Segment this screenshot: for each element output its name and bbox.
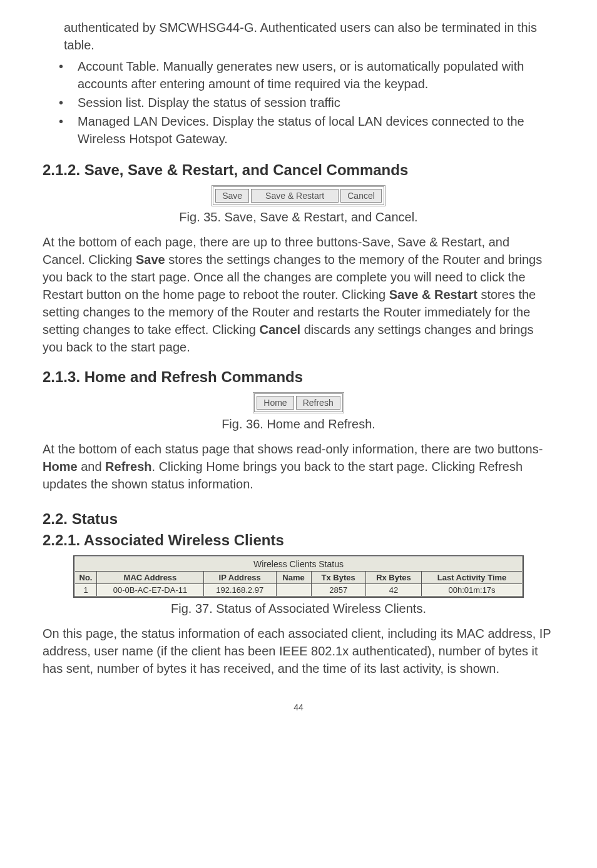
th-name: Name <box>276 572 311 584</box>
th-no: No. <box>74 572 97 584</box>
para-213: At the bottom of each status page that s… <box>43 440 554 493</box>
bold-save-restart: Save & Restart <box>389 288 477 301</box>
page-number: 44 <box>43 702 554 712</box>
fig35-buttons: Save Save & Restart Cancel <box>43 185 554 206</box>
fig35-caption: Fig. 35. Save, Save & Restart, and Cance… <box>43 210 554 225</box>
fig37-caption: Fig. 37. Status of Associated Wireless C… <box>43 602 554 616</box>
td-rx: 42 <box>365 584 421 597</box>
bold-save: Save <box>136 253 165 266</box>
th-last: Last Activity Time <box>422 572 523 584</box>
heading-221: 2.2.1. Associated Wireless Clients <box>43 532 554 549</box>
fig36-buttons: Home Refresh <box>43 392 554 413</box>
cancel-button[interactable]: Cancel <box>340 189 382 203</box>
para-221: On this page, the status information of … <box>43 625 554 677</box>
td-mac: 00-0B-AC-E7-DA-11 <box>97 584 204 597</box>
intro-continuation: authenticated by SMCWHSG44-G. Authentica… <box>64 19 554 54</box>
td-ip: 192.168.2.97 <box>203 584 276 597</box>
bullet-list: Account Table. Manually generates new us… <box>43 58 554 148</box>
td-last: 00h:01m:17s <box>422 584 523 597</box>
td-tx: 2857 <box>311 584 365 597</box>
bold-cancel: Cancel <box>260 323 301 336</box>
fig36-caption: Fig. 36. Home and Refresh. <box>43 417 554 431</box>
refresh-button[interactable]: Refresh <box>296 396 340 410</box>
save-restart-button[interactable]: Save & Restart <box>251 189 339 203</box>
home-button[interactable]: Home <box>257 396 293 410</box>
text: At the bottom of each status page that s… <box>43 442 543 456</box>
button-frame: Home Refresh <box>253 392 344 413</box>
wireless-clients-table: Wireless Clients Status No. MAC Address … <box>73 555 524 598</box>
td-name <box>276 584 311 597</box>
text: and <box>78 460 105 473</box>
th-mac: MAC Address <box>97 572 204 584</box>
th-ip: IP Address <box>203 572 276 584</box>
bullet-item: Session list. Display the status of sess… <box>43 94 554 111</box>
bold-refresh: Refresh <box>105 460 151 473</box>
button-frame: Save Save & Restart Cancel <box>212 185 385 206</box>
heading-212: 2.1.2. Save, Save & Restart, and Cancel … <box>43 161 554 179</box>
save-button[interactable]: Save <box>215 189 249 203</box>
table-title: Wireless Clients Status <box>74 557 523 572</box>
page: authenticated by SMCWHSG44-G. Authentica… <box>0 0 597 731</box>
th-rx: Rx Bytes <box>365 572 421 584</box>
th-tx: Tx Bytes <box>311 572 365 584</box>
para-212: At the bottom of each page, there are up… <box>43 233 554 356</box>
bullet-item: Account Table. Manually generates new us… <box>43 58 554 93</box>
heading-213: 2.1.3. Home and Refresh Commands <box>43 368 554 386</box>
bold-home: Home <box>43 460 78 473</box>
heading-22: 2.2. Status <box>43 510 554 528</box>
bullet-item: Managed LAN Devices. Display the status … <box>43 113 554 148</box>
td-no: 1 <box>74 584 97 597</box>
